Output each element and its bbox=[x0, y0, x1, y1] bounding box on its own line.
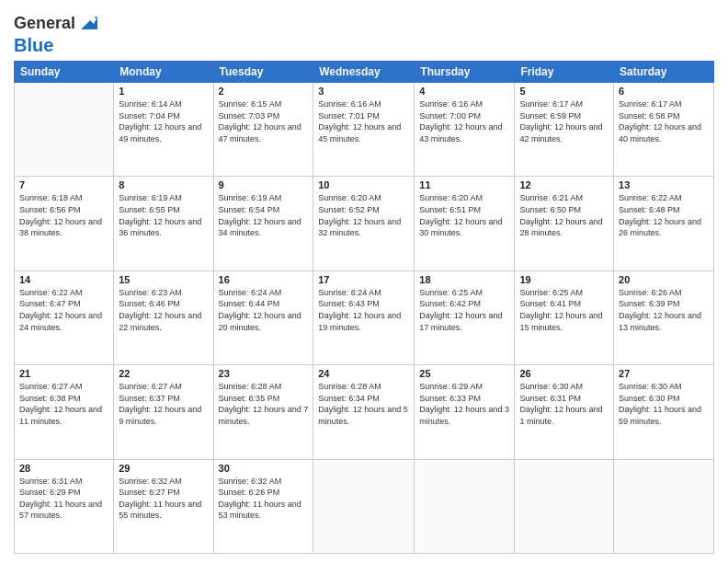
cell-info: Sunrise: 6:20 AM Sunset: 6:52 PM Dayligh… bbox=[318, 192, 409, 238]
calendar-cell: 12 Sunrise: 6:21 AM Sunset: 6:50 PM Dayl… bbox=[515, 177, 614, 270]
calendar-cell bbox=[15, 83, 114, 177]
svg-marker-0 bbox=[81, 17, 97, 29]
calendar-table: SundayMondayTuesdayWednesdayThursdayFrid… bbox=[14, 61, 714, 554]
cell-info: Sunrise: 6:31 AM Sunset: 6:29 PM Dayligh… bbox=[19, 476, 108, 522]
day-number: 5 bbox=[519, 86, 609, 97]
cell-info: Sunrise: 6:19 AM Sunset: 6:54 PM Dayligh… bbox=[219, 192, 309, 238]
day-number: 13 bbox=[619, 179, 709, 190]
cell-info: Sunrise: 6:19 AM Sunset: 6:55 PM Dayligh… bbox=[119, 192, 208, 238]
cell-info: Sunrise: 6:32 AM Sunset: 6:27 PM Dayligh… bbox=[119, 476, 208, 522]
page: General Blue SundayMondayTuesdayWednesda… bbox=[0, 0, 728, 563]
day-number: 27 bbox=[619, 368, 709, 379]
calendar-cell: 10 Sunrise: 6:20 AM Sunset: 6:52 PM Dayl… bbox=[313, 177, 415, 270]
cell-info: Sunrise: 6:14 AM Sunset: 7:04 PM Dayligh… bbox=[119, 98, 208, 144]
day-number: 25 bbox=[419, 368, 509, 379]
cell-info: Sunrise: 6:28 AM Sunset: 6:35 PM Dayligh… bbox=[219, 381, 309, 427]
day-number: 11 bbox=[419, 179, 509, 190]
day-number: 1 bbox=[119, 86, 208, 97]
cell-info: Sunrise: 6:25 AM Sunset: 6:41 PM Dayligh… bbox=[519, 287, 609, 333]
logo: General Blue bbox=[14, 13, 99, 55]
cell-info: Sunrise: 6:23 AM Sunset: 6:46 PM Dayligh… bbox=[119, 287, 208, 333]
day-number: 2 bbox=[219, 86, 309, 97]
cell-info: Sunrise: 6:22 AM Sunset: 6:47 PM Dayligh… bbox=[19, 287, 108, 333]
calendar-cell: 2 Sunrise: 6:15 AM Sunset: 7:03 PM Dayli… bbox=[213, 83, 313, 177]
week-row-0: 1 Sunrise: 6:14 AM Sunset: 7:04 PM Dayli… bbox=[15, 83, 714, 177]
calendar-cell: 4 Sunrise: 6:16 AM Sunset: 7:00 PM Dayli… bbox=[415, 83, 515, 177]
col-header-tuesday: Tuesday bbox=[213, 62, 313, 83]
cell-info: Sunrise: 6:20 AM Sunset: 6:51 PM Dayligh… bbox=[419, 192, 509, 238]
col-header-monday: Monday bbox=[114, 62, 213, 83]
day-number: 19 bbox=[519, 274, 609, 285]
day-number: 9 bbox=[219, 179, 309, 190]
day-number: 22 bbox=[119, 368, 208, 379]
calendar-cell: 9 Sunrise: 6:19 AM Sunset: 6:54 PM Dayli… bbox=[213, 177, 313, 270]
calendar-cell bbox=[515, 459, 614, 553]
day-number: 12 bbox=[519, 179, 609, 190]
header: General Blue bbox=[14, 9, 714, 55]
calendar-cell: 29 Sunrise: 6:32 AM Sunset: 6:27 PM Dayl… bbox=[114, 459, 213, 553]
day-number: 28 bbox=[19, 463, 108, 474]
day-number: 6 bbox=[619, 86, 709, 97]
day-number: 4 bbox=[419, 86, 509, 97]
col-header-sunday: Sunday bbox=[15, 62, 114, 83]
calendar-cell: 15 Sunrise: 6:23 AM Sunset: 6:46 PM Dayl… bbox=[114, 270, 213, 364]
day-number: 3 bbox=[318, 86, 409, 97]
calendar-cell: 21 Sunrise: 6:27 AM Sunset: 6:38 PM Dayl… bbox=[15, 365, 114, 459]
cell-info: Sunrise: 6:18 AM Sunset: 6:56 PM Dayligh… bbox=[19, 192, 108, 238]
week-row-3: 21 Sunrise: 6:27 AM Sunset: 6:38 PM Dayl… bbox=[15, 365, 714, 459]
svg-marker-1 bbox=[94, 17, 97, 20]
calendar-cell bbox=[614, 459, 714, 553]
calendar-cell: 6 Sunrise: 6:17 AM Sunset: 6:58 PM Dayli… bbox=[614, 83, 714, 177]
calendar-cell: 7 Sunrise: 6:18 AM Sunset: 6:56 PM Dayli… bbox=[15, 177, 114, 270]
week-row-1: 7 Sunrise: 6:18 AM Sunset: 6:56 PM Dayli… bbox=[15, 177, 714, 270]
day-number: 24 bbox=[318, 368, 409, 379]
calendar-cell: 5 Sunrise: 6:17 AM Sunset: 6:59 PM Dayli… bbox=[515, 83, 614, 177]
cell-info: Sunrise: 6:24 AM Sunset: 6:43 PM Dayligh… bbox=[318, 287, 409, 333]
calendar-cell: 20 Sunrise: 6:26 AM Sunset: 6:39 PM Dayl… bbox=[614, 270, 714, 364]
day-number: 17 bbox=[318, 274, 409, 285]
calendar-cell: 14 Sunrise: 6:22 AM Sunset: 6:47 PM Dayl… bbox=[15, 270, 114, 364]
cell-info: Sunrise: 6:17 AM Sunset: 6:58 PM Dayligh… bbox=[619, 98, 709, 144]
day-number: 8 bbox=[119, 179, 208, 190]
calendar-cell: 27 Sunrise: 6:30 AM Sunset: 6:30 PM Dayl… bbox=[614, 365, 714, 459]
day-number: 7 bbox=[19, 179, 108, 190]
day-number: 16 bbox=[219, 274, 309, 285]
cell-info: Sunrise: 6:29 AM Sunset: 6:33 PM Dayligh… bbox=[419, 381, 509, 427]
calendar-cell: 28 Sunrise: 6:31 AM Sunset: 6:29 PM Dayl… bbox=[15, 459, 114, 553]
logo-text-general: General bbox=[14, 15, 75, 33]
col-header-thursday: Thursday bbox=[415, 62, 515, 83]
week-row-2: 14 Sunrise: 6:22 AM Sunset: 6:47 PM Dayl… bbox=[15, 270, 714, 364]
col-header-saturday: Saturday bbox=[614, 62, 714, 83]
cell-info: Sunrise: 6:17 AM Sunset: 6:59 PM Dayligh… bbox=[519, 98, 609, 144]
cell-info: Sunrise: 6:25 AM Sunset: 6:42 PM Dayligh… bbox=[419, 287, 509, 333]
col-header-wednesday: Wednesday bbox=[313, 62, 415, 83]
cell-info: Sunrise: 6:16 AM Sunset: 7:01 PM Dayligh… bbox=[318, 98, 409, 144]
calendar-cell: 8 Sunrise: 6:19 AM Sunset: 6:55 PM Dayli… bbox=[114, 177, 213, 270]
cell-info: Sunrise: 6:27 AM Sunset: 6:38 PM Dayligh… bbox=[19, 381, 108, 427]
logo-text-blue: Blue bbox=[14, 35, 53, 55]
calendar-cell: 17 Sunrise: 6:24 AM Sunset: 6:43 PM Dayl… bbox=[313, 270, 415, 364]
day-number: 23 bbox=[219, 368, 309, 379]
col-header-friday: Friday bbox=[515, 62, 614, 83]
cell-info: Sunrise: 6:27 AM Sunset: 6:37 PM Dayligh… bbox=[119, 381, 208, 427]
day-number: 18 bbox=[419, 274, 509, 285]
cell-info: Sunrise: 6:15 AM Sunset: 7:03 PM Dayligh… bbox=[219, 98, 309, 144]
cell-info: Sunrise: 6:21 AM Sunset: 6:50 PM Dayligh… bbox=[519, 192, 609, 238]
calendar-cell: 18 Sunrise: 6:25 AM Sunset: 6:42 PM Dayl… bbox=[415, 270, 515, 364]
calendar-cell: 23 Sunrise: 6:28 AM Sunset: 6:35 PM Dayl… bbox=[213, 365, 313, 459]
calendar-cell: 22 Sunrise: 6:27 AM Sunset: 6:37 PM Dayl… bbox=[114, 365, 213, 459]
calendar-cell bbox=[313, 459, 415, 553]
calendar-cell: 24 Sunrise: 6:28 AM Sunset: 6:34 PM Dayl… bbox=[313, 365, 415, 459]
cell-info: Sunrise: 6:26 AM Sunset: 6:39 PM Dayligh… bbox=[619, 287, 709, 333]
day-number: 29 bbox=[119, 463, 208, 474]
calendar-cell: 26 Sunrise: 6:30 AM Sunset: 6:31 PM Dayl… bbox=[515, 365, 614, 459]
day-number: 20 bbox=[619, 274, 709, 285]
calendar-cell: 11 Sunrise: 6:20 AM Sunset: 6:51 PM Dayl… bbox=[415, 177, 515, 270]
cell-info: Sunrise: 6:28 AM Sunset: 6:34 PM Dayligh… bbox=[318, 381, 409, 427]
day-number: 26 bbox=[519, 368, 609, 379]
calendar-cell: 1 Sunrise: 6:14 AM Sunset: 7:04 PM Dayli… bbox=[114, 83, 213, 177]
week-row-4: 28 Sunrise: 6:31 AM Sunset: 6:29 PM Dayl… bbox=[15, 459, 714, 553]
calendar-cell: 13 Sunrise: 6:22 AM Sunset: 6:48 PM Dayl… bbox=[614, 177, 714, 270]
calendar-cell: 25 Sunrise: 6:29 AM Sunset: 6:33 PM Dayl… bbox=[415, 365, 515, 459]
calendar-cell: 16 Sunrise: 6:24 AM Sunset: 6:44 PM Dayl… bbox=[213, 270, 313, 364]
